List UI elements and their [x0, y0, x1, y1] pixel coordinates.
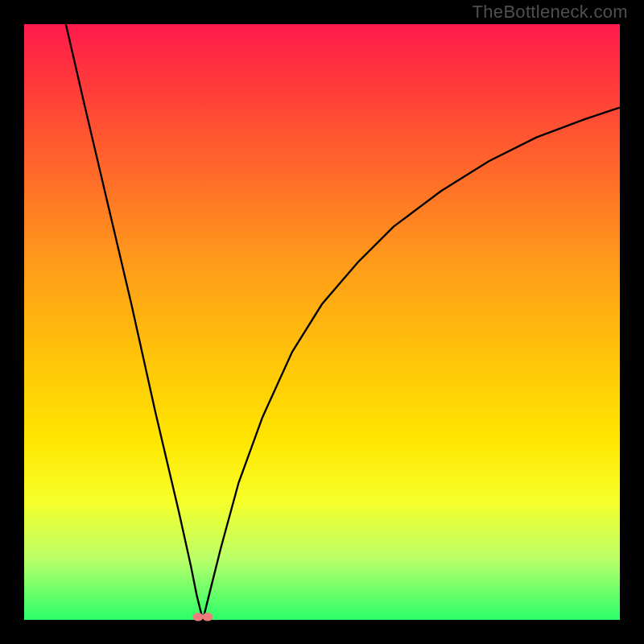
- chart-container: TheBottleneck.com: [0, 0, 644, 644]
- curve-right-branch: [203, 108, 620, 620]
- minimum-marker-a: [192, 613, 203, 621]
- watermark-text: TheBottleneck.com: [473, 2, 628, 23]
- curve-left-branch: [66, 24, 203, 620]
- minimum-marker-b: [202, 613, 213, 621]
- curve-overlay: [24, 24, 620, 620]
